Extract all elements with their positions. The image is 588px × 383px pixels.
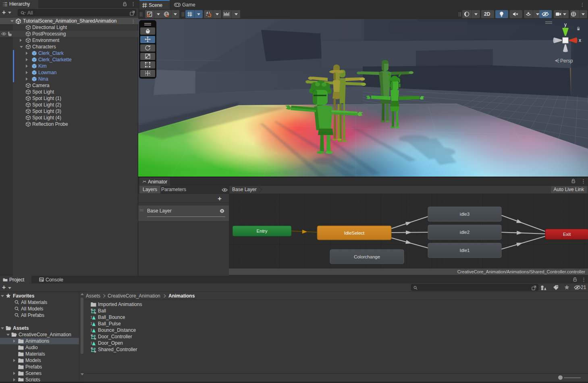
svg-text:Colorchange: Colorchange [354, 254, 380, 259]
svg-text:idle3: idle3 [460, 212, 470, 216]
svg-text:idle2: idle2 [460, 230, 470, 235]
svg-text:Exit: Exit [563, 232, 571, 237]
svg-text:x: x [579, 37, 581, 43]
svg-text:Idle1: Idle1 [460, 248, 470, 253]
svg-text:Entry: Entry [257, 229, 268, 233]
svg-text:IdleSelect: IdleSelect [344, 231, 365, 235]
svg-text:y: y [564, 22, 567, 27]
svg-text:Y: Y [190, 14, 192, 17]
